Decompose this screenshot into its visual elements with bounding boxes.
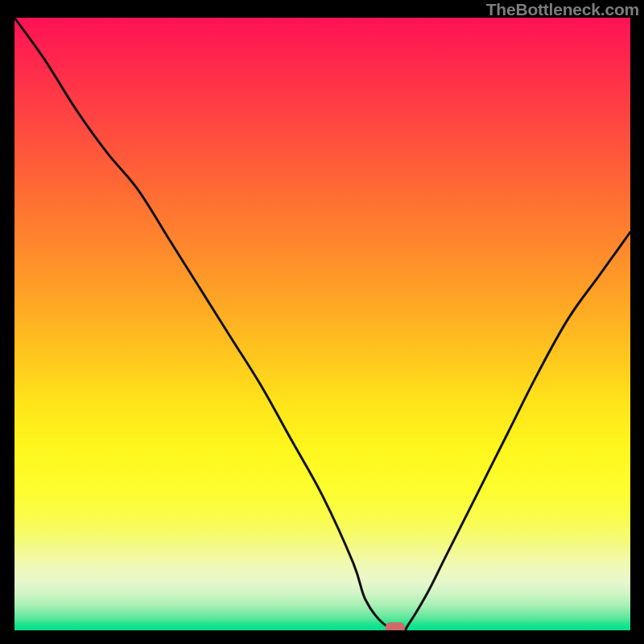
watermark-label: TheBottleneck.com (486, 0, 639, 19)
chart-frame: TheBottleneck.com (0, 0, 644, 644)
curve-svg (14, 18, 630, 630)
plot-area (14, 18, 630, 630)
optimal-marker (386, 622, 405, 630)
bottleneck-curve (14, 18, 630, 630)
